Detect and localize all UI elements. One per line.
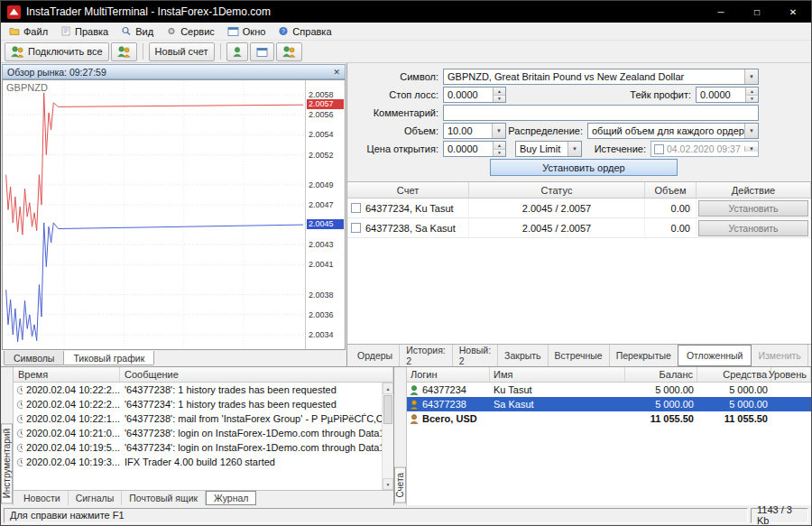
place-order-button[interactable]: Установить ордер <box>490 159 678 176</box>
menu-item-window[interactable]: Окно <box>221 23 272 40</box>
tab-close[interactable]: Закрыть <box>498 345 548 366</box>
spin-down-icon[interactable] <box>494 96 505 103</box>
tab-new[interactable]: Новый: 2 <box>453 345 498 366</box>
tab-history[interactable]: История: 2 <box>400 345 453 366</box>
scroll-up-icon[interactable] <box>383 383 393 394</box>
take-profit-input[interactable]: 0.0000 <box>696 87 759 103</box>
minimize-button[interactable]: ─ <box>703 1 739 23</box>
maximize-button[interactable]: □ <box>739 1 775 23</box>
accounts-view-button[interactable] <box>226 42 248 61</box>
volume-select[interactable]: 10.00 <box>443 123 506 139</box>
journal-row[interactable]: 2020.02.04 10:22:2... '64377234': 1 hist… <box>14 397 393 411</box>
tab-pending[interactable]: Отложенный <box>678 345 752 366</box>
spin-down-icon[interactable] <box>746 96 758 103</box>
accounts-side-tab[interactable]: Счета <box>394 467 406 503</box>
market-watch-title: Обзор рынка: 09:27:59 <box>7 67 106 78</box>
bottom-area: Инструментарий Время Сообщение 2020.02.0… <box>1 366 811 505</box>
chevron-down-icon[interactable] <box>567 142 581 156</box>
chevron-down-icon[interactable] <box>744 69 758 84</box>
window-menu-icon <box>227 26 239 36</box>
svg-text:?: ? <box>281 28 285 34</box>
order-type-select[interactable]: Buy Limit <box>515 141 582 157</box>
scroll-down-icon[interactable] <box>383 478 393 490</box>
accounts-list-button[interactable] <box>276 42 302 61</box>
new-account-button[interactable]: Новый счет <box>149 42 215 61</box>
journal-row[interactable]: 2020.02.04 10:19:3... IFX Trader 4.00 bu… <box>14 455 393 469</box>
price-scale: 2.00582.00562.00542.00522.00492.00472.00… <box>305 80 345 349</box>
order-row-checkbox[interactable] <box>351 223 361 233</box>
price-tick-label: 2.0036 <box>309 310 334 319</box>
calendar-dropdown-icon[interactable] <box>744 146 758 152</box>
order-row[interactable]: 64377238, Sa Kasut 2.0045 / 2.0057 0.00 … <box>347 218 811 238</box>
tab-mailbox[interactable]: Почтовый ящик <box>122 491 206 505</box>
accounts-table-header: Логин Имя Баланс Средства Уровень <box>407 367 811 383</box>
account-row[interactable]: 64377234 Ku Tasut 5 000.00 5 000.00 <box>407 383 811 397</box>
tile-windows-button[interactable] <box>250 42 274 61</box>
comment-label: Комментарий: <box>355 107 443 118</box>
market-watch-close-icon[interactable] <box>333 68 340 77</box>
menu-item-edit[interactable]: Правка <box>54 23 115 40</box>
journal-row[interactable]: 2020.02.04 10:22:1... '64377238': mail f… <box>14 411 393 426</box>
column-header-balance: Баланс <box>625 367 697 382</box>
tab-journal[interactable]: Журнал <box>206 491 256 505</box>
view-menu-icon <box>121 26 132 36</box>
file-menu-icon <box>9 26 20 36</box>
journal-scrollbar[interactable] <box>382 383 393 490</box>
menu-item-help[interactable]: ? Справка <box>272 23 337 40</box>
menu-item-service[interactable]: Сервис <box>160 23 221 40</box>
tab-overlapped[interactable]: Перекрытые <box>610 345 678 366</box>
chevron-down-icon[interactable] <box>744 124 758 138</box>
expiration-checkbox[interactable] <box>654 144 664 154</box>
menu-item-view[interactable]: Вид <box>115 23 160 40</box>
tab-tick-chart[interactable]: Тиковый график <box>63 351 154 365</box>
main-area: Обзор рынка: 09:27:59 GBPNZD 2.00582.005… <box>1 63 811 366</box>
disconnect-all-button[interactable] <box>111 42 137 61</box>
tab-delete[interactable]: Удалить <box>808 345 812 366</box>
account-row-selected[interactable]: 64377238 Sa Kasut 5 000.00 5 000.00 <box>407 397 811 411</box>
symbol-select[interactable]: GBPNZD, Great Britain Pound vs New Zeala… <box>443 69 759 85</box>
order-row-checkbox[interactable] <box>351 203 361 213</box>
order-row[interactable]: 64377234, Ku Tasut 2.0045 / 2.0057 0.00 … <box>347 198 811 218</box>
set-order-button[interactable]: Установить <box>698 200 808 217</box>
journal-row[interactable]: 2020.02.04 10:21:0... '64377238': login … <box>14 426 393 440</box>
column-header-login: Логин <box>407 367 490 382</box>
clock-icon <box>16 385 23 395</box>
stop-loss-input[interactable]: 0.0000 <box>443 87 506 103</box>
status-traffic: 1143 / 3 Kb <box>751 508 808 523</box>
tab-counter[interactable]: Встречные <box>549 345 610 366</box>
comment-input[interactable] <box>443 105 759 121</box>
market-watch-panel: Обзор рынка: 09:27:59 GBPNZD 2.00582.005… <box>1 63 347 366</box>
chevron-down-icon[interactable] <box>492 124 505 138</box>
price-tick-label: 2.0047 <box>309 200 334 209</box>
expiration-field[interactable]: 04.02.2020 09:37 <box>651 141 759 157</box>
journal-row[interactable]: 2020.02.04 10:19:5... '64377234': login … <box>14 440 393 455</box>
toolbar-separator <box>220 43 221 60</box>
connect-all-button[interactable]: Подключить все <box>5 42 109 61</box>
tab-signals[interactable]: Сигналы <box>69 491 123 505</box>
clock-icon <box>16 414 23 424</box>
tab-orders[interactable]: Ордеры <box>351 345 400 366</box>
chart-plot-area: GBPNZD <box>3 80 305 349</box>
edit-menu-icon <box>60 26 71 36</box>
spin-down-icon[interactable] <box>494 150 505 157</box>
set-order-button[interactable]: Установить <box>698 220 808 236</box>
clock-icon <box>16 443 23 453</box>
tab-news[interactable]: Новости <box>16 491 69 505</box>
journal-row[interactable]: 2020.02.04 10:22:2... '64377238': 1 hist… <box>14 383 393 397</box>
open-price-input[interactable]: 0.0000 <box>443 141 506 157</box>
tab-modify[interactable]: Изменить <box>752 345 807 366</box>
spin-up-icon[interactable] <box>494 88 505 96</box>
menu-item-file[interactable]: Файл <box>3 23 54 40</box>
close-button[interactable]: ✕ <box>775 1 811 23</box>
column-header-name: Имя <box>490 367 625 382</box>
column-header-status: Статус <box>469 182 645 198</box>
help-menu-icon: ? <box>278 26 289 36</box>
distribution-select[interactable]: общий объем для каждого ордера <box>587 123 759 139</box>
scrollbar-thumb[interactable] <box>383 395 392 424</box>
spin-up-icon[interactable] <box>494 142 505 150</box>
journal-tabs: Новости Сигналы Почтовый ящик Журнал <box>14 490 393 505</box>
tab-symbols[interactable]: Символы <box>4 351 64 365</box>
stop-loss-label: Стоп лосс: <box>355 89 443 100</box>
spin-up-icon[interactable] <box>746 88 758 96</box>
toolbox-side-tab[interactable]: Инструментарий <box>1 423 13 503</box>
